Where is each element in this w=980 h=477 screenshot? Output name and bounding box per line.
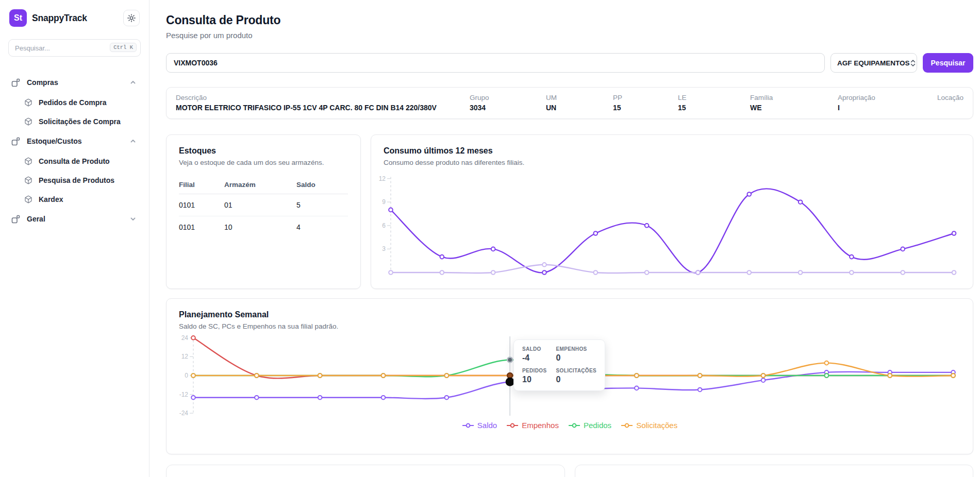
chart-point[interactable] — [698, 388, 702, 392]
bottom-card-left — [166, 465, 565, 477]
chart-point[interactable] — [440, 255, 444, 259]
chart-point[interactable] — [440, 270, 444, 275]
chart-legend: Saldo Empenhos Pedidos Solicitações — [179, 421, 960, 430]
chart-point[interactable] — [761, 378, 766, 382]
product-code-input[interactable] — [166, 53, 825, 73]
chart-point[interactable] — [635, 386, 639, 390]
brand[interactable]: St SnappyTrack — [9, 9, 87, 27]
consumo-chart[interactable]: 36912 — [384, 172, 960, 275]
y-tick-label: 0 — [185, 372, 188, 379]
chart-point[interactable] — [747, 270, 751, 275]
table-row[interactable]: 0101 10 4 — [179, 216, 348, 238]
chart-point[interactable] — [952, 270, 956, 275]
tooltip-cell-saldo: SALDO -4 — [522, 346, 553, 363]
chart-point[interactable] — [389, 208, 393, 212]
search-button[interactable]: Pesquisar — [923, 53, 973, 73]
chart-point[interactable] — [318, 373, 322, 378]
chart-point[interactable] — [825, 361, 829, 365]
chart-point[interactable] — [191, 373, 195, 378]
tooltip-cell-empenhos: EMPENHOS 0 — [556, 346, 596, 363]
legend-item-empenhos[interactable]: Empenhos — [506, 421, 559, 430]
chart-point[interactable] — [799, 270, 803, 275]
chart-point[interactable] — [645, 270, 649, 275]
sidebar-group-geral[interactable]: Geral — [8, 209, 141, 229]
chart-point[interactable] — [952, 231, 956, 235]
sidebar-item-label: Kardex — [39, 195, 63, 203]
chart-point[interactable] — [761, 373, 766, 378]
chart-point[interactable] — [951, 373, 955, 378]
y-tick-label: 9 — [382, 198, 386, 206]
chevrons-up-down-icon — [910, 59, 916, 67]
chart-point[interactable] — [255, 396, 259, 400]
chart-point[interactable] — [593, 270, 597, 275]
planejamento-card: Planejamento Semanal Saldo de SC, PCs e … — [166, 298, 973, 454]
hover-point-pedidos[interactable] — [507, 357, 512, 363]
sidebar-group-compras[interactable]: Compras — [8, 72, 141, 93]
chart-point[interactable] — [191, 396, 195, 400]
sidebar-item-pesquisa-de-produtos[interactable]: Pesquisa de Produtos — [8, 171, 141, 190]
y-tick-label: -24 — [179, 410, 189, 417]
chart-point[interactable] — [635, 373, 639, 378]
chart-point[interactable] — [901, 247, 905, 251]
chart-point[interactable] — [445, 396, 449, 400]
chart-point[interactable] — [799, 200, 803, 204]
sidebar-item-label: Consulta de Produto — [39, 157, 110, 165]
chart-point[interactable] — [747, 192, 751, 196]
legend-item-pedidos[interactable]: Pedidos — [568, 421, 611, 430]
cards-row: Estoques Veja o estoque de cada um dos s… — [166, 134, 973, 289]
sidebar-item-solicitacoes-de-compra[interactable]: Solicitações de Compra — [8, 112, 141, 131]
y-tick-label: 3 — [382, 245, 386, 252]
box-icon — [24, 157, 32, 165]
brand-row: St SnappyTrack — [8, 9, 141, 27]
sidebar-search: Ctrl K — [8, 39, 141, 57]
legend-marker-icon — [506, 422, 519, 429]
chart-point[interactable] — [389, 270, 393, 275]
sidebar-group-estoque-custos[interactable]: Estoque/Custos — [8, 131, 141, 151]
chart-point[interactable] — [850, 255, 854, 259]
chart-point[interactable] — [542, 263, 546, 267]
chart-point[interactable] — [255, 373, 259, 378]
sidebar-search-shortcut: Ctrl K — [110, 43, 137, 52]
theme-toggle-button[interactable] — [123, 10, 140, 26]
legend-marker-icon — [462, 422, 474, 429]
chart-point[interactable] — [381, 373, 386, 378]
sidebar-group-label: Estoque/Custos — [27, 137, 123, 145]
sidebar-group-label: Compras — [27, 78, 123, 87]
chart-point[interactable] — [901, 270, 905, 275]
tooltip-cell-pedidos: PEDIDOS 10 — [522, 368, 553, 384]
chart-point[interactable] — [445, 373, 449, 378]
chart-point[interactable] — [850, 270, 854, 275]
table-row[interactable]: 0101 01 5 — [179, 194, 348, 216]
chart-point[interactable] — [542, 270, 546, 275]
chart-point[interactable] — [491, 247, 495, 251]
sidebar-item-pedidos-de-compra[interactable]: Pedidos de Compra — [8, 93, 141, 112]
estoques-card: Estoques Veja o estoque de cada um dos s… — [166, 134, 361, 289]
chart-point[interactable] — [825, 373, 829, 378]
box-icon — [24, 195, 32, 203]
sidebar-item-kardex[interactable]: Kardex — [8, 190, 141, 209]
sidebar-item-label: Solicitações de Compra — [39, 117, 121, 126]
company-select[interactable]: AGF EQUIPAMENTOS — [830, 53, 917, 73]
consumo-subtitle: Consumo desse produto nas diferentes fil… — [384, 159, 960, 166]
chart-point[interactable] — [645, 224, 649, 228]
legend-item-solicitacoes[interactable]: Solicitações — [621, 421, 677, 430]
brand-logo-text: St — [14, 13, 22, 23]
chart-point[interactable] — [696, 270, 700, 275]
sidebar-item-label: Pedidos de Compra — [39, 98, 106, 107]
chart-point[interactable] — [318, 396, 322, 400]
brand-logo: St — [9, 9, 27, 27]
box-icon — [24, 117, 32, 126]
chart-point[interactable] — [593, 231, 597, 235]
chart-point[interactable] — [491, 270, 495, 275]
product-field-apropriacao: Apropriação I — [838, 94, 931, 112]
hover-point-empenhos[interactable] — [507, 373, 512, 378]
chart-point[interactable] — [381, 396, 386, 400]
legend-item-saldo[interactable]: Saldo — [462, 421, 497, 430]
sidebar-item-consulta-de-produto[interactable]: Consulta de Produto — [8, 151, 141, 171]
chart-point[interactable] — [698, 373, 702, 378]
category-grid-icon — [11, 78, 20, 87]
chevron-up-icon — [129, 79, 137, 86]
chart-point[interactable] — [191, 336, 195, 340]
box-icon — [24, 176, 32, 184]
chart-point[interactable] — [888, 373, 892, 378]
